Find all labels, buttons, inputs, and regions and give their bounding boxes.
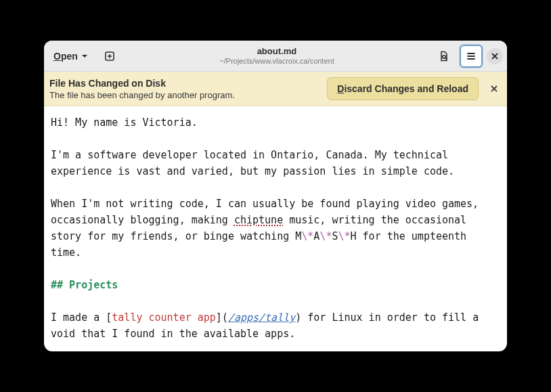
find-button[interactable]	[433, 45, 456, 68]
text: ](	[216, 311, 228, 324]
file-changed-infobar: File Has Changed on Disk The file has be…	[44, 72, 507, 106]
headerbar: Open about.md ~/Projects/www.vlacroix.ca…	[44, 41, 507, 72]
text: Hi! My name is Victoria.	[51, 116, 198, 129]
discard-reload-button[interactable]: Discard Changes and Reload	[327, 77, 479, 100]
infobar-close-button[interactable]	[485, 80, 503, 97]
close-icon	[491, 53, 498, 60]
open-button[interactable]: Open	[48, 45, 94, 68]
document-title: about.md	[121, 47, 433, 57]
text: I made a [	[51, 311, 112, 324]
infobar-text: File Has Changed on Disk The file has be…	[49, 78, 320, 100]
text: A	[313, 230, 319, 242]
spellcheck-underline: chiptune	[234, 214, 283, 226]
document-path: ~/Projects/www.vlacroix.ca/content	[121, 57, 433, 66]
escape-seq: \*	[338, 230, 350, 242]
markdown-link-text: tally counter app	[112, 311, 216, 324]
window-close-button[interactable]	[487, 48, 503, 64]
hamburger-icon	[466, 51, 477, 62]
escape-seq: \*	[301, 230, 313, 242]
headerbar-title-area: about.md ~/Projects/www.vlacroix.ca/cont…	[121, 47, 433, 66]
text: I'm a software developer located in Onta…	[51, 149, 454, 177]
markdown-heading: ## Projects	[51, 279, 118, 291]
new-tab-button[interactable]	[98, 45, 121, 68]
chevron-down-icon	[81, 52, 89, 60]
headerbar-left: Open	[48, 45, 121, 68]
editor-window: Open about.md ~/Projects/www.vlacroix.ca…	[44, 41, 507, 351]
hamburger-menu-button[interactable]	[460, 45, 483, 68]
close-icon	[491, 85, 498, 92]
search-file-icon	[439, 51, 449, 62]
infobar-title: File Has Changed on Disk	[49, 78, 320, 89]
escape-seq: \*	[319, 230, 332, 242]
new-tab-icon	[104, 51, 115, 62]
text-editor-area[interactable]: Hi! My name is Victoria. I'm a software …	[44, 106, 507, 351]
infobar-message: The file has been changed by another pro…	[49, 90, 320, 100]
markdown-link-url: /apps/tally	[228, 311, 295, 324]
headerbar-right	[433, 45, 503, 68]
